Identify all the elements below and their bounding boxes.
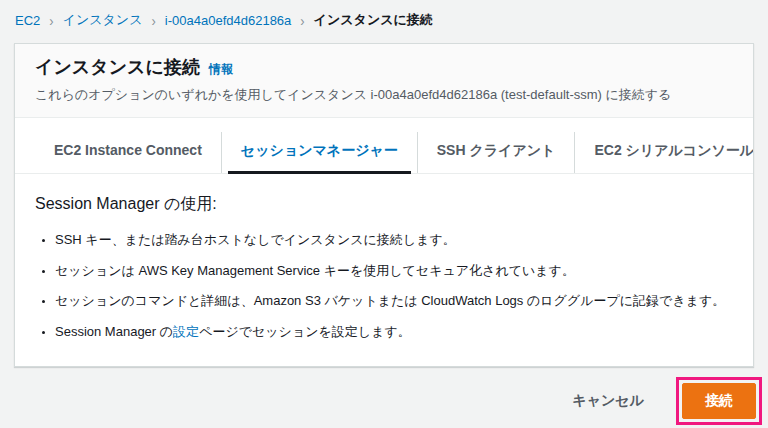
breadcrumb-current-page: インスタンスに接続 [314,11,433,29]
list-item: Session Manager の設定ページでセッションを設定します。 [55,323,733,341]
preferences-link[interactable]: 設定 [173,324,199,339]
tab-ec2-instance-connect[interactable]: EC2 Instance Connect [35,132,221,173]
breadcrumb: EC2 › インスタンス › i-00a4a0efd4d62186a › インス… [0,0,768,41]
breadcrumb-separator-icon: › [49,11,53,28]
page-title: インスタンスに接続 [35,55,200,79]
tab-content-session-manager: Session Manager の使用: SSH キー、または踏み台ホストなしで… [15,174,753,363]
feature-list: SSH キー、または踏み台ホストなしでインスタンスに接続します。 セッションは … [35,231,733,340]
breadcrumb-instances[interactable]: インスタンス [63,11,143,29]
connect-button[interactable]: 接続 [682,383,756,419]
list-item-text: ページでセッションを設定します。 [199,324,411,339]
panel-description: これらのオプションのいずれかを使用してインスタンス i-00a4a0efd4d6… [35,86,733,104]
breadcrumb-ec2[interactable]: EC2 [15,13,40,28]
list-item-text: Session Manager の [55,324,173,339]
list-item: セッションのコマンドと詳細は、Amazon S3 バケットまたは CloudWa… [55,292,733,310]
tab-ssh-client[interactable]: SSH クライアント [417,132,575,173]
cancel-button[interactable]: キャンセル [558,384,658,418]
section-heading: Session Manager の使用: [35,194,733,215]
annotation-highlight-box: 接続 [676,377,762,425]
info-link[interactable]: 情報 [209,61,233,78]
list-item: SSH キー、または踏み台ホストなしでインスタンスに接続します。 [55,231,733,249]
breadcrumb-instance-id[interactable]: i-00a4a0efd4d62186a [165,13,292,28]
breadcrumb-separator-icon: › [300,11,304,28]
list-item: セッションは AWS Key Management Service キーを使用し… [55,262,733,280]
tab-bar: EC2 Instance Connect セッションマネージャー SSH クライ… [15,118,753,174]
tab-ec2-serial-console[interactable]: EC2 シリアルコンソール [574,132,754,173]
tab-session-manager[interactable]: セッションマネージャー [221,132,417,173]
panel-header: インスタンスに接続 情報 これらのオプションのいずれかを使用してインスタンス i… [15,44,753,118]
panel-title-row: インスタンスに接続 情報 [35,55,733,79]
breadcrumb-separator-icon: › [151,11,155,28]
connect-to-instance-panel: インスタンスに接続 情報 これらのオプションのいずれかを使用してインスタンス i… [14,43,754,367]
footer-actions: キャンセル 接続 [0,377,762,425]
